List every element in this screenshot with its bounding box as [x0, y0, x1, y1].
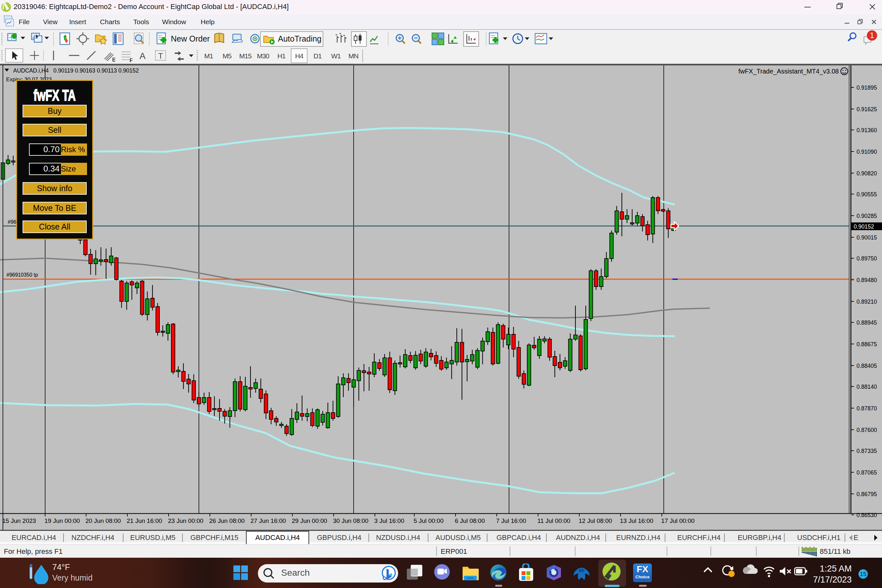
- svg-text:F: F: [130, 58, 133, 63]
- svg-text:17 Jul 00:00: 17 Jul 00:00: [661, 518, 695, 524]
- svg-text:E: E: [112, 57, 116, 63]
- svg-text:#96: #96: [8, 219, 16, 225]
- svg-text:M1: M1: [204, 52, 213, 60]
- svg-text:D1: D1: [314, 52, 322, 60]
- svg-text:0.89750: 0.89750: [856, 255, 877, 262]
- svg-text:0.87600: 0.87600: [856, 427, 877, 433]
- svg-text:23 Jun 00:00: 23 Jun 00:00: [168, 518, 203, 524]
- svg-text:5 Jul 00:00: 5 Jul 00:00: [414, 518, 444, 524]
- svg-text:0.87870: 0.87870: [856, 405, 877, 412]
- svg-text:26 Jun 08:00: 26 Jun 08:00: [209, 518, 244, 524]
- svg-text:A: A: [140, 51, 146, 61]
- svg-text:11 Jul 00:00: 11 Jul 00:00: [537, 518, 570, 524]
- svg-text:0.88675: 0.88675: [856, 341, 877, 348]
- svg-text:New Order: New Order: [171, 34, 210, 43]
- svg-text:13 Jul 16:00: 13 Jul 16:00: [620, 518, 654, 524]
- svg-text:0.87065: 0.87065: [856, 470, 877, 476]
- svg-text:0.87335: 0.87335: [856, 448, 877, 454]
- svg-text:27 Jun 16:00: 27 Jun 16:00: [250, 518, 286, 524]
- svg-text:M30: M30: [257, 52, 269, 60]
- svg-text:3 Jul 16:00: 3 Jul 16:00: [374, 518, 404, 524]
- svg-text:0.90015: 0.90015: [856, 234, 877, 241]
- svg-text:0.88140: 0.88140: [856, 384, 877, 390]
- svg-text:0.90152: 0.90152: [854, 224, 874, 230]
- svg-text:MN: MN: [348, 52, 358, 60]
- svg-text:0.86795: 0.86795: [856, 491, 877, 497]
- svg-text:0.86530: 0.86530: [856, 512, 877, 518]
- svg-text:0.90285: 0.90285: [856, 213, 877, 219]
- svg-text:0.89210: 0.89210: [856, 298, 877, 305]
- svg-text:0.91360: 0.91360: [856, 127, 877, 134]
- svg-text:19 Jun 00:00: 19 Jun 00:00: [45, 518, 80, 524]
- svg-text:T: T: [158, 52, 163, 60]
- svg-text:0.91625: 0.91625: [856, 106, 877, 112]
- svg-text:M5: M5: [222, 52, 231, 60]
- svg-text:#96910350 tp: #96910350 tp: [6, 272, 38, 278]
- svg-text:15 Jun 2023: 15 Jun 2023: [2, 518, 36, 524]
- svg-text:M15: M15: [239, 52, 252, 60]
- svg-text:0.88405: 0.88405: [856, 363, 877, 369]
- svg-text:AutoTrading: AutoTrading: [278, 34, 321, 43]
- svg-text:W1: W1: [331, 52, 341, 60]
- svg-text:H1: H1: [278, 52, 286, 60]
- svg-text:H4: H4: [295, 52, 304, 60]
- svg-text:6 Jul 08:00: 6 Jul 08:00: [455, 518, 485, 524]
- svg-text:1: 1: [870, 31, 874, 40]
- svg-text:0.89480: 0.89480: [856, 277, 877, 284]
- svg-text:0.91090: 0.91090: [856, 148, 877, 155]
- svg-text:fwFX_Trade_Assistant_MT4_v3.08: fwFX_Trade_Assistant_MT4_v3.08: [738, 68, 839, 75]
- svg-text:12 Jul 08:00: 12 Jul 08:00: [579, 518, 612, 524]
- svg-text:0.90820: 0.90820: [856, 170, 877, 177]
- svg-text:AUDCAD.i,H4 0.90119 0.90163: AUDCAD.i,H4 0.90119 0.90163 0.90113 0.90…: [13, 68, 139, 74]
- svg-text:7 Jul 16:00: 7 Jul 16:00: [496, 518, 526, 524]
- svg-text:30 Jun 08:00: 30 Jun 08:00: [333, 518, 369, 524]
- svg-text:29 Jun 00:00: 29 Jun 00:00: [292, 518, 327, 524]
- svg-text:0.90555: 0.90555: [856, 191, 877, 198]
- svg-text:21 Jun 16:00: 21 Jun 16:00: [127, 518, 162, 524]
- svg-text:0.88945: 0.88945: [856, 320, 877, 326]
- svg-text:20 Jun 08:00: 20 Jun 08:00: [86, 518, 121, 524]
- svg-text:0.91895: 0.91895: [856, 84, 877, 91]
